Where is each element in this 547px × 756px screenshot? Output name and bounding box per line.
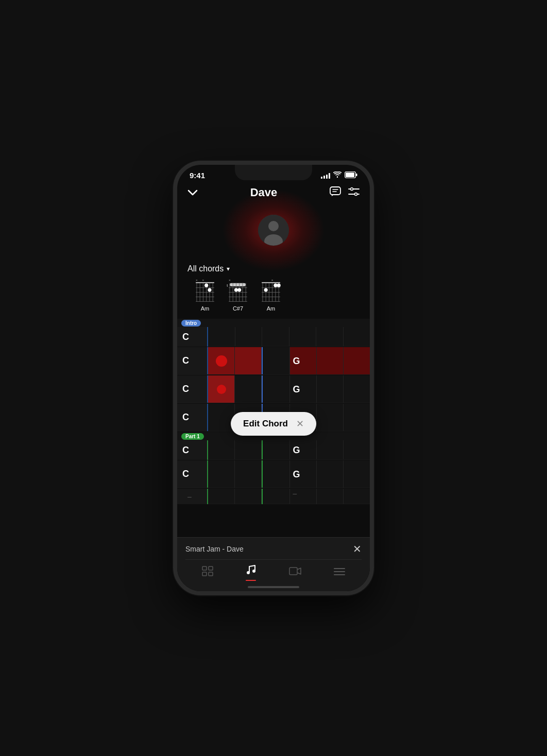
table-row: C G — [177, 460, 370, 488]
beat-cell[interactable] — [344, 375, 370, 403]
edit-chord-close-button[interactable]: ✕ — [296, 418, 304, 429]
settings-icon[interactable] — [348, 187, 360, 199]
svg-rect-65 — [289, 568, 297, 575]
svg-point-56 — [274, 284, 277, 287]
beat-cell[interactable] — [208, 327, 235, 346]
tab-grid[interactable] — [202, 566, 213, 579]
beat-cell[interactable] — [344, 460, 370, 488]
beat-cell[interactable] — [344, 440, 370, 459]
chord-cell-c1[interactable]: C — [177, 327, 208, 347]
beat-cell[interactable]: G — [290, 347, 317, 374]
beat-cell[interactable] — [262, 489, 289, 504]
beat-cell[interactable] — [262, 440, 289, 459]
avatar — [258, 215, 289, 246]
intro-badge: Intro — [181, 320, 201, 327]
battery-icon — [345, 171, 357, 180]
beat-cell[interactable] — [208, 460, 235, 488]
chord-grid-svg-am2: × — [260, 278, 282, 303]
svg-point-8 — [351, 187, 353, 190]
tab-video[interactable] — [289, 566, 301, 578]
now-playing-close-button[interactable]: ✕ — [353, 543, 362, 555]
beat-cell[interactable] — [208, 347, 235, 374]
chord-name-am2: Am — [267, 305, 276, 312]
chord-cell-c3[interactable]: C — [177, 375, 208, 403]
album-section — [177, 199, 370, 261]
svg-rect-61 — [202, 572, 207, 576]
beat-cell[interactable] — [317, 489, 344, 504]
playback-blob — [217, 385, 226, 394]
beat-cell[interactable]: G — [290, 460, 317, 488]
beat-cell[interactable] — [235, 327, 263, 346]
now-playing-bar: Smart Jam - Dave ✕ — [185, 543, 362, 560]
table-row: Intro C — [177, 319, 370, 347]
chord-name-c7: C#7 — [233, 305, 243, 312]
edit-chord-popup: Edit Chord ✕ — [231, 412, 316, 436]
beat-cell[interactable] — [317, 347, 344, 374]
beat-cell[interactable] — [317, 375, 344, 403]
chord-diagram-c7[interactable]: × 4 — [227, 278, 249, 312]
all-chords-dropdown[interactable]: All chords ▾ — [187, 264, 230, 273]
chord-cell-dash[interactable]: – — [177, 489, 208, 504]
beat-cell[interactable] — [262, 460, 289, 488]
svg-point-27 — [204, 284, 208, 287]
beat-cell[interactable]: G — [290, 375, 317, 403]
svg-point-63 — [247, 571, 250, 574]
beat-cell[interactable] — [317, 404, 344, 431]
beat-cell[interactable] — [262, 375, 289, 403]
beat-cell[interactable] — [317, 460, 344, 488]
beat-cell[interactable] — [235, 347, 262, 374]
header-actions — [330, 186, 360, 199]
beat-cell[interactable] — [208, 440, 235, 459]
avatar-image — [258, 215, 289, 246]
chord-label: C — [182, 355, 189, 366]
chord-label: C — [182, 412, 189, 423]
svg-point-43 — [237, 288, 241, 292]
beat-cell[interactable] — [344, 489, 370, 504]
beat-cell[interactable] — [289, 327, 317, 346]
svg-point-58 — [264, 288, 268, 292]
back-chevron-icon[interactable] — [187, 187, 198, 199]
chat-icon[interactable] — [330, 186, 341, 199]
beat-cell[interactable] — [344, 347, 370, 374]
svg-rect-45 — [262, 282, 280, 283]
beat-cell[interactable] — [235, 489, 262, 504]
table-row: – – — [177, 489, 370, 504]
beat-cell[interactable]: – — [290, 489, 317, 504]
svg-point-28 — [208, 288, 211, 292]
page-title: Dave — [250, 186, 278, 199]
beat-cell[interactable] — [208, 489, 235, 504]
chord-cell-c6[interactable]: C — [177, 460, 208, 488]
beat-cell[interactable] — [235, 440, 262, 459]
svg-point-57 — [277, 284, 281, 287]
chord-cell-c5[interactable]: C — [177, 440, 208, 460]
beat-cell[interactable]: G — [290, 440, 317, 459]
beat-cell[interactable] — [208, 375, 235, 403]
beat-cell[interactable] — [317, 440, 344, 459]
beat-cell[interactable] — [344, 404, 370, 431]
svg-rect-60 — [209, 566, 213, 570]
tab-menu[interactable] — [334, 566, 345, 578]
beat-cell[interactable] — [235, 460, 262, 488]
tab-music[interactable] — [246, 564, 256, 581]
beat-cell[interactable] — [262, 327, 289, 346]
chord-grid-svg-c7: × 4 — [227, 278, 249, 303]
svg-rect-31 — [230, 283, 246, 286]
svg-point-10 — [355, 193, 357, 195]
svg-rect-59 — [202, 566, 207, 570]
svg-point-42 — [234, 288, 238, 292]
dropdown-arrow-icon: ▾ — [227, 265, 230, 272]
svg-point-0 — [337, 177, 338, 178]
svg-rect-4 — [330, 187, 340, 195]
app-header: Dave — [177, 182, 370, 204]
beat-cell[interactable] — [235, 375, 262, 403]
chord-diagram-am-2[interactable]: × — [260, 278, 282, 312]
chord-cell-c4[interactable]: C — [177, 404, 208, 431]
all-chords-label: All chords — [187, 264, 224, 273]
beat-cell[interactable] — [316, 327, 344, 346]
beat-cell[interactable] — [262, 347, 289, 374]
beat-cell[interactable] — [344, 327, 370, 346]
bottom-bar: Smart Jam - Dave ✕ — [177, 537, 370, 591]
chord-diagram-am-1[interactable]: × × — [194, 278, 216, 312]
chord-cell-c2[interactable]: C — [177, 347, 208, 374]
video-camera-icon — [289, 566, 301, 578]
